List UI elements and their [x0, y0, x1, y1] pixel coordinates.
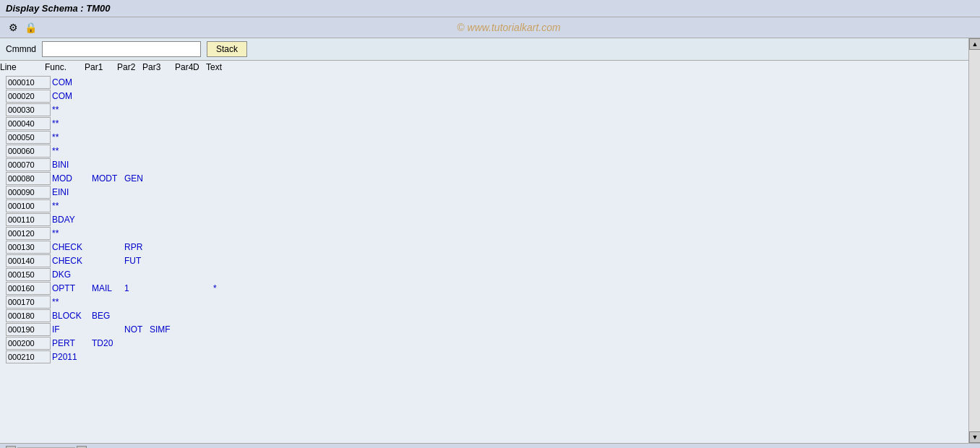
- cell-par1: [90, 103, 123, 116]
- cell-par1: [90, 199, 123, 212]
- table-row: 000200PERTTD20: [6, 337, 963, 350]
- scroll-up-arrow[interactable]: ▲: [969, 38, 980, 50]
- cell-func: IF: [51, 323, 90, 336]
- cell-func: OPTT: [51, 282, 90, 295]
- cell-d: [199, 268, 212, 281]
- cell-line: 000170: [6, 296, 51, 309]
- cell-line: 000040: [6, 117, 51, 130]
- cell-par4: [181, 241, 199, 254]
- cell-line: 000180: [6, 309, 51, 322]
- cell-par4: [181, 268, 199, 281]
- lock-icon[interactable]: 🔒: [23, 20, 38, 35]
- col-header-func: Func.: [45, 62, 85, 72]
- cell-d: [199, 199, 212, 212]
- cell-par3: [148, 241, 181, 254]
- cell-text: [212, 337, 963, 350]
- cell-par2: [123, 337, 148, 350]
- cell-func: **: [51, 145, 90, 158]
- cell-d: [199, 131, 212, 144]
- cell-line: 000130: [6, 241, 51, 254]
- cell-par4: [181, 309, 199, 322]
- table-row: 000180BLOCKBEG: [6, 309, 963, 322]
- cell-par3: [148, 117, 181, 130]
- right-scrollbar[interactable]: ▲ ▼: [968, 38, 980, 443]
- cell-text: *: [212, 282, 963, 295]
- table-row: 000060**: [6, 145, 963, 158]
- col-header-par1: Par1: [85, 62, 117, 72]
- table-row: 000100**: [6, 199, 963, 212]
- cell-text: [212, 186, 963, 199]
- cell-text: [212, 158, 963, 171]
- cell-par3: [148, 158, 181, 171]
- scroll-down-arrow[interactable]: ▼: [969, 431, 980, 443]
- bottom-bar: ◄ ►: [0, 443, 980, 448]
- cell-par2: [123, 117, 148, 130]
- cell-text: [212, 254, 963, 267]
- settings-icon[interactable]: ⚙: [6, 20, 20, 35]
- cell-text: [212, 296, 963, 309]
- cell-func: **: [51, 117, 90, 130]
- cell-line: 000080: [6, 172, 51, 185]
- cell-par2: [123, 309, 148, 322]
- cell-d: [199, 296, 212, 309]
- cell-par2: [123, 296, 148, 309]
- cell-par4: [181, 350, 199, 363]
- cell-par4: [181, 172, 199, 185]
- table-row: 000010COM: [6, 76, 963, 89]
- col-header-par2: Par2: [117, 62, 142, 72]
- cell-func: DKG: [51, 268, 90, 281]
- cell-par3: [148, 131, 181, 144]
- cell-func: COM: [51, 90, 90, 103]
- cell-par4: [181, 282, 199, 295]
- table-row: 000160OPTTMAIL1*: [6, 282, 963, 295]
- cell-line: 000160: [6, 282, 51, 295]
- horizontal-scrollbar[interactable]: ◄ ►: [6, 446, 87, 449]
- cell-line: 000150: [6, 268, 51, 281]
- cell-par2: [123, 103, 148, 116]
- cell-par4: [181, 323, 199, 336]
- command-input[interactable]: [42, 41, 201, 57]
- cell-d: [199, 227, 212, 240]
- cell-par4: [181, 213, 199, 226]
- cell-par1: [90, 76, 123, 89]
- scroll-track[interactable]: [969, 50, 980, 431]
- cell-text: [212, 131, 963, 144]
- scroll-left-arrow[interactable]: ◄: [6, 446, 16, 449]
- cell-par1: [90, 131, 123, 144]
- cell-line: 000110: [6, 213, 51, 226]
- table-row: 000050**: [6, 131, 963, 144]
- cell-func: CHECK: [51, 241, 90, 254]
- cell-func: EINI: [51, 186, 90, 199]
- col-header-line: Line: [0, 62, 45, 72]
- cell-par4: [181, 254, 199, 267]
- table-row: 000210P2011: [6, 350, 963, 363]
- cell-par1: [90, 90, 123, 103]
- cell-text: [212, 227, 963, 240]
- cell-par2: [123, 158, 148, 171]
- cell-par2: [123, 131, 148, 144]
- cell-func: **: [51, 103, 90, 116]
- table-row: 000190IFNOTSIMF: [6, 323, 963, 336]
- cell-par4: [181, 117, 199, 130]
- cell-text: [212, 309, 963, 322]
- cell-par2: GEN: [123, 172, 148, 185]
- cell-text: [212, 117, 963, 130]
- cell-line: 000100: [6, 199, 51, 212]
- table-container[interactable]: 000010COM000020COM000030**000040**000050…: [0, 74, 968, 443]
- command-bar: Cmmnd Stack: [0, 38, 968, 61]
- scroll-right-arrow[interactable]: ►: [77, 446, 87, 449]
- cell-text: [212, 350, 963, 363]
- content-area: Cmmnd Stack Line Func. Par1 Par2 Par3 Pa…: [0, 38, 968, 443]
- cell-par3: [148, 296, 181, 309]
- cell-par2: [123, 213, 148, 226]
- stack-button[interactable]: Stack: [207, 41, 247, 57]
- cell-par1: [90, 158, 123, 171]
- cell-par2: RPR: [123, 241, 148, 254]
- table-row: 000090EINI: [6, 186, 963, 199]
- col-header-par4: Par4: [175, 62, 193, 72]
- table-row: 000070BINI: [6, 158, 963, 171]
- cell-text: [212, 199, 963, 212]
- cell-line: 000140: [6, 254, 51, 267]
- cell-par2: [123, 90, 148, 103]
- cell-line: 000060: [6, 145, 51, 158]
